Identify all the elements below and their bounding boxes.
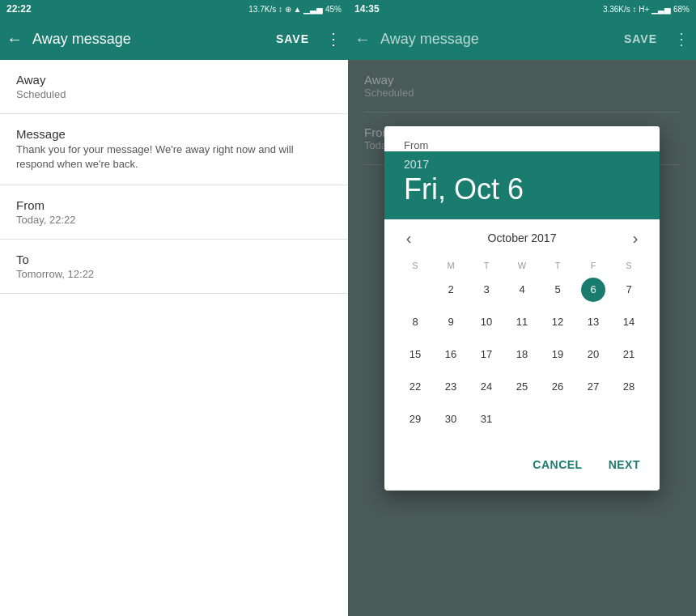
left-save-button[interactable]: SAVE bbox=[276, 32, 309, 45]
day-cell-16[interactable]: 16 bbox=[433, 338, 469, 371]
dialog-from-label: From bbox=[384, 126, 660, 151]
left-time: 22:22 bbox=[6, 3, 32, 15]
weekday-tue: T bbox=[469, 257, 504, 274]
day-cell-27[interactable]: 27 bbox=[575, 371, 611, 403]
left-more-icon[interactable]: ⋮ bbox=[325, 29, 342, 49]
next-month-button[interactable]: › bbox=[624, 229, 647, 248]
empty-cell bbox=[575, 403, 611, 435]
calendar: ‹ October 2017 › S M T W T F S bbox=[384, 219, 660, 445]
day-cell-26[interactable]: 26 bbox=[540, 371, 575, 403]
empty-cell bbox=[611, 403, 647, 435]
day-cell-20[interactable]: 20 bbox=[575, 338, 611, 371]
day-cell-11[interactable]: 11 bbox=[504, 306, 540, 338]
day-cell-5[interactable]: 5 bbox=[540, 274, 575, 306]
weekday-mon: M bbox=[433, 257, 469, 274]
calendar-nav: ‹ October 2017 › bbox=[397, 229, 647, 248]
day-cell-2[interactable]: 2 bbox=[433, 274, 469, 306]
calendar-week-1: 891011121314 bbox=[397, 306, 647, 338]
to-title: To bbox=[16, 253, 332, 266]
next-button[interactable]: NEXT bbox=[602, 452, 647, 478]
day-cell-15[interactable]: 15 bbox=[397, 338, 433, 371]
day-cell-31[interactable]: 31 bbox=[469, 403, 504, 435]
day-cell-29[interactable]: 29 bbox=[397, 403, 433, 435]
prev-month-button[interactable]: ‹ bbox=[397, 229, 420, 248]
day-cell-25[interactable]: 25 bbox=[504, 371, 540, 403]
weekday-header-row: S M T W T F S bbox=[397, 257, 647, 274]
away-sub: Scheduled bbox=[16, 88, 332, 100]
dialog-date-large: Fri, Oct 6 bbox=[404, 172, 640, 206]
day-cell-13[interactable]: 13 bbox=[575, 306, 611, 338]
calendar-week-0: 234567 bbox=[397, 274, 647, 306]
day-cell-17[interactable]: 17 bbox=[469, 338, 504, 371]
day-cell-28[interactable]: 28 bbox=[611, 371, 647, 403]
message-title: Message bbox=[16, 127, 332, 141]
day-cell-4[interactable]: 4 bbox=[504, 274, 540, 306]
day-cell-3[interactable]: 3 bbox=[469, 274, 504, 306]
weekday-fri: F bbox=[575, 257, 611, 274]
calendar-week-3: 22232425262728 bbox=[397, 371, 647, 403]
calendar-week-2: 15161718192021 bbox=[397, 338, 647, 371]
cancel-button[interactable]: CANCEL bbox=[526, 452, 588, 478]
day-cell-19[interactable]: 19 bbox=[540, 338, 575, 371]
day-cell-24[interactable]: 24 bbox=[469, 371, 504, 403]
day-cell-7[interactable]: 7 bbox=[611, 274, 647, 306]
day-cell-18[interactable]: 18 bbox=[504, 338, 540, 371]
calendar-week-4: 293031 bbox=[397, 403, 647, 435]
empty-cell bbox=[540, 403, 575, 435]
day-cell-12[interactable]: 12 bbox=[540, 306, 575, 338]
day-cell-10[interactable]: 10 bbox=[469, 306, 504, 338]
day-cell-8[interactable]: 8 bbox=[397, 306, 433, 338]
left-status-icons: 13.7K/s ↕ ⊕ ▲ ▁▃▅ 45% bbox=[248, 5, 342, 14]
message-desc: Thank you for your message! We're away r… bbox=[16, 142, 332, 172]
day-cell-21[interactable]: 21 bbox=[611, 338, 647, 371]
message-item[interactable]: Message Thank you for your message! We'r… bbox=[0, 114, 348, 185]
weekday-sat: S bbox=[611, 257, 647, 274]
left-title: Away message bbox=[32, 31, 266, 48]
left-toolbar: ← Away message SAVE ⋮ bbox=[0, 18, 348, 60]
from-sub: Today, 22:22 bbox=[16, 214, 332, 226]
status-bar-left: 22:22 13.7K/s ↕ ⊕ ▲ ▁▃▅ 45% bbox=[0, 0, 348, 18]
to-item[interactable]: To Tomorrow, 12:22 bbox=[0, 240, 348, 294]
day-cell-23[interactable]: 23 bbox=[433, 371, 469, 403]
away-item[interactable]: Away Scheduled bbox=[0, 60, 348, 114]
from-item[interactable]: From Today, 22:22 bbox=[0, 185, 348, 240]
day-cell-9[interactable]: 9 bbox=[433, 306, 469, 338]
empty-cell bbox=[504, 403, 540, 435]
empty-cell bbox=[397, 274, 433, 306]
day-cell-6[interactable]: 6 bbox=[575, 274, 611, 306]
calendar-grid: S M T W T F S 23456789101112131415161718… bbox=[397, 257, 647, 435]
dialog-overlay: From 2017 Fri, Oct 6 ‹ October 2017 › S … bbox=[348, 0, 696, 616]
right-panel: 14:35 3.36K/s ↕ H+ ▁▃▅ 68% ← Away messag… bbox=[348, 0, 696, 616]
dialog-date-header: 2017 Fri, Oct 6 bbox=[384, 151, 660, 219]
day-cell-30[interactable]: 30 bbox=[433, 403, 469, 435]
date-picker-dialog: From 2017 Fri, Oct 6 ‹ October 2017 › S … bbox=[384, 126, 660, 491]
day-cell-14[interactable]: 14 bbox=[611, 306, 647, 338]
weekday-thu: T bbox=[540, 257, 575, 274]
left-back-icon[interactable]: ← bbox=[6, 30, 23, 49]
dialog-actions: CANCEL NEXT bbox=[384, 445, 660, 491]
from-title: From bbox=[16, 198, 332, 212]
day-cell-22[interactable]: 22 bbox=[397, 371, 433, 403]
to-sub: Tomorrow, 12:22 bbox=[16, 268, 332, 280]
left-panel: 22:22 13.7K/s ↕ ⊕ ▲ ▁▃▅ 45% ← Away messa… bbox=[0, 0, 348, 616]
weekday-wed: W bbox=[504, 257, 540, 274]
month-label: October 2017 bbox=[488, 232, 557, 244]
weekday-sun: S bbox=[397, 257, 433, 274]
dialog-year[interactable]: 2017 bbox=[404, 158, 640, 171]
away-title: Away bbox=[16, 73, 332, 87]
